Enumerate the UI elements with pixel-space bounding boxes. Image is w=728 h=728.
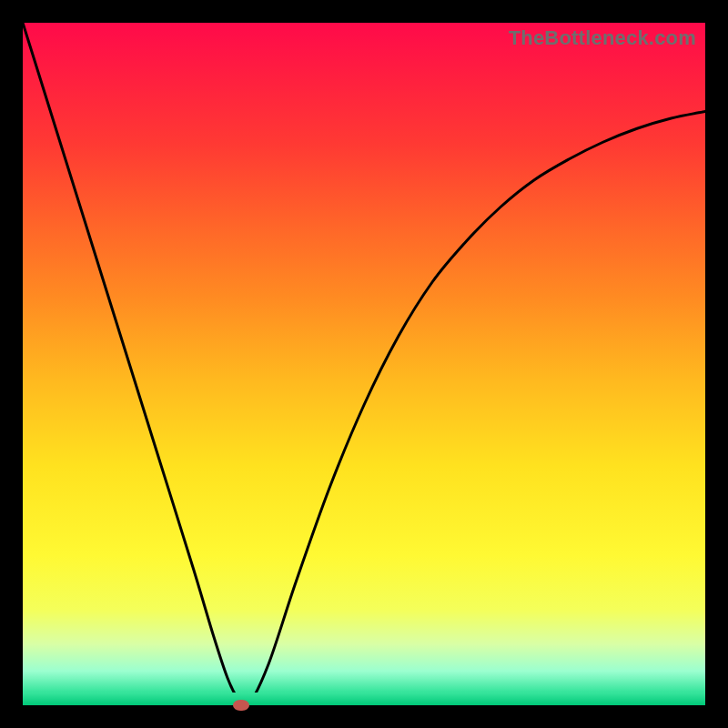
bottleneck-curve [23,23,705,705]
green-band [23,693,705,705]
plot-area: TheBottleneck.com [23,23,705,705]
chart-frame: TheBottleneck.com [0,0,728,728]
optimum-marker [233,700,249,711]
